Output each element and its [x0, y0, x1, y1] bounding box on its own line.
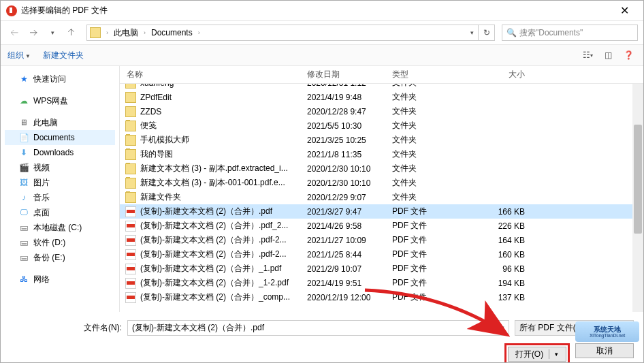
sidebar-thispc[interactable]: 此电脑: [33, 117, 58, 129]
scrollbar-thumb[interactable]: [634, 125, 642, 234]
file-date: 2021/5/5 10:30: [300, 121, 385, 131]
nav-forward[interactable]: 🡢: [25, 25, 42, 41]
help-button[interactable]: ❓: [620, 47, 637, 63]
chevron-right-icon: ›: [103, 29, 111, 36]
file-type: 文件夹: [385, 106, 464, 117]
col-type[interactable]: 类型: [385, 69, 464, 80]
search-input[interactable]: 🔍 搜索"Documents": [502, 25, 638, 41]
sidebar-pictures[interactable]: 图片: [33, 177, 50, 189]
pdf-icon: [125, 278, 136, 289]
folder-row[interactable]: 便笺2021/5/5 10:30文件夹: [120, 119, 643, 133]
file-row[interactable]: (复制)-新建文本文档 (2)（合并）.pdf-2...2021/1/27 10…: [120, 233, 643, 247]
pdf-icon: [125, 221, 136, 232]
folder-row[interactable]: ZPdfEdit2021/4/19 9:48文件夹: [120, 90, 643, 104]
file-row[interactable]: (复制)-新建文本文档 (2)（合并）_1.pdf2021/2/9 10:07P…: [120, 262, 643, 276]
col-name[interactable]: 名称: [120, 69, 300, 80]
folder-row[interactable]: 新建文本文档 (3) - 副本-001-001.pdf.e...2020/12/…: [120, 176, 643, 190]
file-row[interactable]: (复制)-新建文本文档 (2)（合并）_1-2.pdf2021/4/19 9:5…: [120, 276, 643, 290]
col-date[interactable]: 修改日期: [300, 69, 385, 80]
file-type: 文件夹: [385, 177, 464, 189]
cloud-icon: ☁: [18, 95, 29, 106]
sidebar-wps[interactable]: WPS网盘: [33, 95, 68, 107]
sidebar-diskd[interactable]: 软件 (D:): [33, 237, 65, 249]
folder-row[interactable]: 新建文件夹2020/12/29 9:07文件夹: [120, 190, 643, 204]
scrollbar[interactable]: [632, 84, 643, 312]
sidebar-downloads[interactable]: Downloads: [33, 148, 74, 157]
file-row[interactable]: (复制)-新建文本文档 (2)（合并）_comp...2020/12/19 12…: [120, 290, 643, 304]
disk-icon: 🖴: [18, 222, 29, 233]
file-name: 便笺: [140, 120, 157, 131]
nav-up[interactable]: 🡡: [63, 25, 80, 41]
sidebar-videos[interactable]: 视频: [33, 162, 50, 174]
folder-row[interactable]: 新建文本文档 (3) - 副本.pdf.extracted_i...2020/1…: [120, 161, 643, 176]
sidebar: ★快速访问 ☁WPS网盘 🖥此电脑 📄Documents ⬇Downloads …: [1, 66, 120, 312]
file-row[interactable]: (复制)-新建文本文档 (2)（合并）.pdf2021/3/27 9:47PDF…: [120, 204, 643, 219]
pdf-icon: [125, 292, 136, 303]
file-name: (复制)-新建文本文档 (2)（合并）.pdf-2...: [140, 234, 287, 246]
refresh-button[interactable]: ↻: [478, 25, 494, 40]
filename-label: 文件名(N):: [84, 322, 122, 334]
file-type: 文件夹: [385, 148, 464, 160]
file-date: 2021/2/9 10:07: [300, 264, 385, 274]
file-date: 2020/12/29 9:07: [300, 193, 385, 202]
column-headers[interactable]: 名称 修改日期 类型 大小: [120, 66, 643, 84]
file-row[interactable]: (复制)-新建文本文档 (2)（合并）.pdf-2...2021/1/25 8:…: [120, 247, 643, 262]
filename-input[interactable]: [128, 323, 496, 332]
pdf-icon: [125, 206, 136, 217]
pdf-icon: [125, 264, 136, 274]
chevron-right-icon: ›: [141, 29, 148, 36]
file-date: 2020/12/19 12:00: [300, 293, 385, 302]
cancel-button[interactable]: 取消: [575, 343, 634, 358]
nav-back[interactable]: 🡠: [6, 25, 22, 41]
watermark: 系统天地 XiTongTianDi.net: [575, 321, 639, 342]
file-name: ZPdfEdit: [140, 93, 172, 102]
crumb-dropdown[interactable]: ▾: [466, 29, 478, 36]
file-type: PDF 文件: [385, 220, 464, 232]
file-size: 194 KB: [464, 279, 538, 288]
video-icon: 🎬: [18, 162, 29, 173]
sidebar-music[interactable]: 音乐: [33, 192, 50, 204]
folder-row[interactable]: xuanfeng2020/12/31 1:12文件夹: [120, 84, 643, 90]
breadcrumb[interactable]: › 此电脑 › Documents › ▾ ↻: [86, 25, 495, 41]
file-type: PDF 文件: [385, 291, 464, 303]
file-date: 2020/12/31 1:12: [300, 84, 385, 88]
newfolder-button[interactable]: 新建文件夹: [43, 50, 84, 61]
organize-button[interactable]: 组织▼: [7, 50, 31, 61]
star-icon: ★: [18, 74, 29, 84]
chevron-down-icon[interactable]: ▾: [496, 324, 509, 331]
crumb-documents[interactable]: Documents: [148, 28, 195, 37]
folder-icon: [125, 163, 136, 174]
file-list[interactable]: xuanfeng2020/12/31 1:12文件夹ZPdfEdit2021/4…: [120, 84, 643, 312]
file-date: 2021/3/27 9:47: [300, 207, 385, 217]
file-name: 手机模拟大师: [140, 134, 189, 146]
file-size: 164 KB: [464, 236, 538, 245]
folder-row[interactable]: 手机模拟大师2021/3/25 10:25文件夹: [120, 133, 643, 147]
preview-pane-button[interactable]: ◫: [600, 47, 616, 63]
folder-row[interactable]: 我的导图2021/1/8 11:35文件夹: [120, 147, 643, 161]
filename-combo[interactable]: ▾: [127, 320, 509, 336]
file-name: ZZDS: [140, 107, 161, 116]
sidebar-quick[interactable]: 快速访问: [33, 74, 66, 85]
file-size: 137 KB: [464, 293, 538, 302]
monitor-icon: 🖥: [18, 117, 29, 128]
sidebar-diske[interactable]: 备份 (E:): [33, 252, 65, 264]
file-type: 文件夹: [385, 134, 464, 146]
close-button[interactable]: ✕: [611, 1, 638, 21]
sidebar-documents[interactable]: Documents: [33, 133, 75, 142]
window-title: 选择要编辑的 PDF 文件: [21, 5, 611, 16]
sidebar-desktop[interactable]: 桌面: [33, 207, 50, 219]
document-icon: 📄: [18, 132, 29, 143]
crumb-thispc[interactable]: 此电脑: [111, 27, 141, 39]
file-row[interactable]: (复制)-新建文本文档 (2)（合并）.pdf_2...2021/4/26 9:…: [120, 219, 643, 233]
search-placeholder: 搜索"Documents": [519, 27, 583, 39]
file-name: (复制)-新建文本文档 (2)（合并）.pdf-2...: [140, 249, 287, 260]
folder-icon: [125, 106, 136, 117]
view-options-button[interactable]: ☷▾: [579, 47, 596, 63]
sidebar-diskc[interactable]: 本地磁盘 (C:): [33, 222, 82, 234]
sidebar-network[interactable]: 网络: [33, 274, 50, 285]
music-icon: ♪: [18, 192, 29, 203]
col-size[interactable]: 大小: [464, 69, 538, 80]
folder-row[interactable]: ZZDS2020/12/28 9:47文件夹: [120, 104, 643, 119]
open-button[interactable]: 打开(O)▼: [508, 347, 566, 362]
nav-history[interactable]: ▾: [44, 25, 61, 41]
